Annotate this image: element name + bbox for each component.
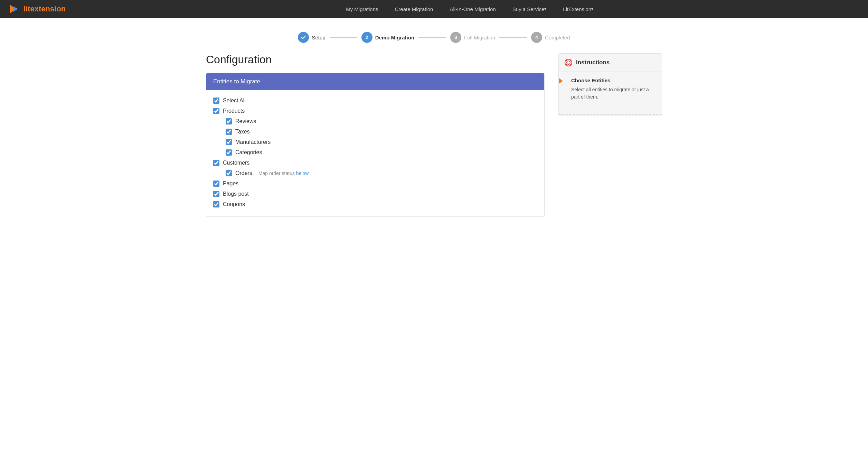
instructions-arrow-icon [558, 77, 563, 84]
checkbox-orders[interactable] [226, 170, 232, 176]
checkbox-label-products: Products [223, 108, 245, 114]
svg-line-5 [570, 60, 571, 62]
instructions-title: Instructions [576, 59, 610, 66]
checkbox-taxes[interactable] [226, 129, 232, 135]
step-connector-2 [418, 37, 446, 38]
checkbox-item-products: Products [213, 106, 537, 116]
checkbox-item-orders: Orders Map order status below [213, 168, 537, 178]
instructions-section-text: Select all entities to migrate or just a… [571, 86, 656, 101]
svg-line-6 [570, 64, 571, 65]
logo-icon [8, 3, 21, 15]
navbar: litextension My Migrations Create Migrat… [0, 0, 868, 18]
step-setup: Setup [298, 32, 325, 43]
navbar-links: My Migrations Create Migration All-In-On… [79, 0, 860, 18]
checkbox-products[interactable] [213, 108, 219, 114]
checkbox-manufacturers[interactable] [226, 139, 232, 145]
step-circle-demo: 2 [361, 32, 372, 43]
checkbox-label-blogs-post: Blogs post [223, 191, 249, 197]
order-note: Map order status below [258, 170, 309, 176]
logo[interactable]: litextension [8, 3, 66, 15]
entities-box: Entities to Migrate Select All Products … [206, 73, 545, 217]
checkbox-reviews[interactable] [226, 118, 232, 124]
svg-line-7 [566, 64, 567, 65]
lifesaver-icon [564, 58, 573, 67]
checkbox-categories[interactable] [226, 149, 232, 156]
checkbox-label-taxes: Taxes [235, 129, 250, 135]
instructions-panel: Instructions Choose Entities Select all … [558, 53, 662, 115]
instructions-section: Choose Entities Select all entities to m… [564, 77, 656, 101]
config-title: Configuration [206, 53, 545, 66]
step-circle-setup [298, 32, 309, 43]
step-connector-3 [499, 37, 527, 38]
stepper: Setup 2 Demo Migration 3 Full Migration … [0, 18, 868, 53]
checkbox-label-manufacturers: Manufacturers [235, 139, 271, 145]
left-panel: Configuration Entities to Migrate Select… [206, 53, 545, 217]
checkbox-item-customers: Customers [213, 158, 537, 168]
checkbox-item-manufacturers: Manufacturers [213, 137, 537, 147]
instructions-body: Choose Entities Select all entities to m… [559, 72, 662, 115]
nav-all-in-one[interactable]: All-In-One Migration [441, 0, 504, 18]
nav-create-migration[interactable]: Create Migration [387, 0, 442, 18]
checkbox-label-reviews: Reviews [235, 118, 256, 124]
checkbox-item-blogs-post: Blogs post [213, 189, 537, 199]
main-content: Configuration Entities to Migrate Select… [192, 53, 676, 231]
step-circle-full: 3 [450, 32, 461, 43]
checkbox-item-coupons: Coupons [213, 199, 537, 210]
checkbox-label-orders: Orders [235, 170, 252, 176]
step-label-demo: Demo Migration [375, 35, 414, 40]
entities-body: Select All Products Reviews Taxes [206, 90, 544, 216]
checkbox-item-select-all: Select All [213, 95, 537, 106]
checkbox-pages[interactable] [213, 181, 219, 187]
step-connector-1 [330, 37, 357, 38]
checkbox-item-categories: Categories [213, 147, 537, 158]
step-label-full: Full Migration [464, 35, 495, 40]
checkbox-select-all[interactable] [213, 98, 219, 104]
step-full-migration: 3 Full Migration [450, 32, 495, 43]
checkbox-blogs-post[interactable] [213, 191, 219, 197]
right-panel: Instructions Choose Entities Select all … [558, 53, 662, 217]
checkbox-label-pages: Pages [223, 181, 238, 187]
checkbox-label-customers: Customers [223, 160, 249, 166]
instructions-header: Instructions [559, 54, 662, 72]
nav-my-migrations[interactable]: My Migrations [338, 0, 386, 18]
entities-header: Entities to Migrate [206, 73, 544, 90]
checkbox-item-reviews: Reviews [213, 116, 537, 127]
instructions-section-title: Choose Entities [571, 77, 656, 83]
checkbox-label-coupons: Coupons [223, 201, 245, 207]
nav-litextension[interactable]: LitExtension [555, 0, 602, 18]
step-circle-completed: 4 [531, 32, 542, 43]
step-completed: 4 Completed [531, 32, 570, 43]
step-demo-migration: 2 Demo Migration [361, 32, 414, 43]
nav-buy-service[interactable]: Buy a Service [504, 0, 555, 18]
order-note-link[interactable]: below [296, 170, 309, 176]
step-label-setup: Setup [312, 35, 325, 40]
svg-line-4 [566, 60, 567, 62]
step-label-completed: Completed [545, 35, 570, 40]
svg-marker-1 [13, 6, 18, 12]
checkbox-label-categories: Categories [235, 149, 262, 156]
checkbox-coupons[interactable] [213, 201, 219, 207]
checkbox-item-taxes: Taxes [213, 127, 537, 137]
checkbox-customers[interactable] [213, 160, 219, 166]
logo-text: litextension [23, 4, 66, 13]
checkbox-item-pages: Pages [213, 178, 537, 189]
checkbox-label-select-all: Select All [223, 98, 246, 104]
